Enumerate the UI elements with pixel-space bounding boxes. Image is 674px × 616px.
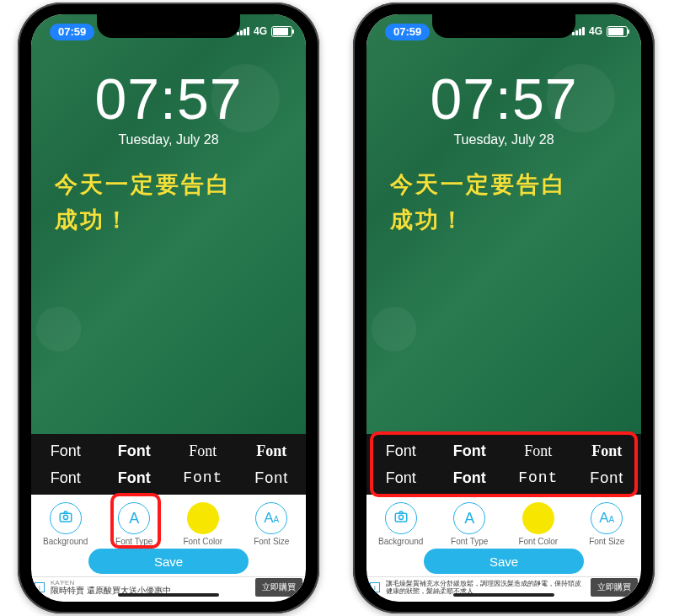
ad-info-icon[interactable]: i bbox=[370, 582, 380, 592]
screen: 07:59 4G 07:57 Tuesday, July 28 今天一定要告白 … bbox=[366, 14, 641, 602]
letter-a-icon: A bbox=[464, 510, 474, 528]
lock-clock: 07:57 Tuesday, July 28 bbox=[366, 70, 641, 147]
font-option[interactable]: Font bbox=[31, 469, 100, 487]
tool-font-size[interactable]: AA Font Size bbox=[238, 502, 307, 546]
wallpaper: 07:59 4G 07:57 Tuesday, July 28 今天一定要告白 … bbox=[366, 14, 641, 434]
tool-label: Background bbox=[378, 537, 423, 546]
phone-right: 07:59 4G 07:57 Tuesday, July 28 今天一定要告白 … bbox=[353, 3, 655, 613]
lock-clock: 07:57 Tuesday, July 28 bbox=[31, 70, 306, 147]
font-option[interactable]: Font bbox=[238, 469, 307, 487]
save-button[interactable]: Save bbox=[424, 549, 584, 574]
ad-cta-button[interactable]: 立即購買 bbox=[591, 578, 638, 597]
handwriting-text[interactable]: 今天一定要告白 成功！ bbox=[390, 168, 618, 238]
font-option[interactable]: Font bbox=[366, 469, 436, 487]
color-swatch-icon bbox=[522, 502, 554, 534]
font-option[interactable]: Font bbox=[100, 469, 169, 487]
tool-label: Font Type bbox=[451, 537, 488, 546]
wallpaper: 07:59 4G 07:57 Tuesday, July 28 今天一定要告白 … bbox=[31, 14, 306, 434]
network-label: 4G bbox=[589, 25, 602, 37]
tool-font-color[interactable]: Font Color bbox=[168, 502, 238, 546]
recording-pill[interactable]: 07:59 bbox=[50, 24, 94, 40]
tool-font-type[interactable]: A Font Type bbox=[100, 502, 169, 546]
home-indicator[interactable] bbox=[118, 593, 219, 597]
lock-time: 07:57 bbox=[366, 70, 641, 127]
font-option[interactable]: Font bbox=[31, 442, 100, 460]
battery-icon bbox=[271, 26, 292, 37]
tool-row: Background A Font Type Font Color AA Fon… bbox=[366, 495, 641, 550]
tool-label: Background bbox=[43, 537, 88, 546]
network-label: 4G bbox=[254, 25, 267, 37]
font-option[interactable]: Font bbox=[100, 442, 169, 460]
lock-date: Tuesday, July 28 bbox=[31, 132, 306, 147]
color-swatch-icon bbox=[187, 502, 219, 534]
phone-left: 07:59 4G 07:57 Tuesday, July 28 今天一定要告白 … bbox=[18, 3, 319, 613]
ad-cta-button[interactable]: 立即購買 bbox=[255, 578, 302, 597]
font-option[interactable]: Font bbox=[504, 442, 573, 460]
font-option[interactable]: Font bbox=[168, 469, 238, 486]
battery-icon bbox=[607, 26, 628, 37]
lock-date: Tuesday, July 28 bbox=[366, 132, 641, 147]
camera-icon bbox=[393, 509, 409, 528]
letter-a-icon: A bbox=[129, 510, 139, 528]
svg-point-3 bbox=[399, 515, 403, 519]
save-button[interactable]: Save bbox=[88, 549, 249, 574]
tool-row: Background A Font Type Font Color AA Fon… bbox=[31, 495, 306, 550]
svg-point-1 bbox=[63, 515, 67, 519]
tool-font-color[interactable]: Font Color bbox=[504, 502, 573, 546]
tool-label: Font Size bbox=[254, 537, 289, 546]
font-option[interactable]: Font bbox=[436, 469, 505, 487]
font-option[interactable]: Font bbox=[504, 469, 573, 486]
notch bbox=[432, 14, 575, 38]
lock-time: 07:57 bbox=[31, 70, 306, 127]
font-size-icon: AA bbox=[599, 510, 614, 527]
font-panel: Font Font Font Font Font Font Font Font bbox=[366, 434, 641, 495]
handwriting-text[interactable]: 今天一定要告白 成功！ bbox=[55, 168, 282, 238]
font-panel: Font Font Font Font Font Font Font Font bbox=[31, 434, 306, 495]
tool-label: Font Type bbox=[115, 537, 152, 546]
camera-icon bbox=[58, 509, 73, 528]
font-option[interactable]: Font bbox=[366, 442, 436, 460]
tool-label: Font Color bbox=[183, 537, 222, 546]
ad-info-icon[interactable]: i bbox=[35, 582, 45, 592]
font-option[interactable]: Font bbox=[573, 469, 642, 487]
tool-label: Font Color bbox=[518, 537, 558, 546]
tool-label: Font Size bbox=[589, 537, 624, 546]
recording-pill[interactable]: 07:59 bbox=[385, 24, 430, 40]
tool-background[interactable]: Background bbox=[31, 502, 100, 546]
tool-font-type[interactable]: A Font Type bbox=[436, 502, 505, 546]
notch bbox=[97, 14, 240, 38]
font-option[interactable]: Font bbox=[573, 442, 642, 460]
font-option[interactable]: Font bbox=[168, 442, 238, 460]
tool-background[interactable]: Background bbox=[366, 502, 436, 546]
home-indicator[interactable] bbox=[453, 593, 554, 597]
font-option[interactable]: Font bbox=[436, 442, 505, 460]
font-option[interactable]: Font bbox=[238, 442, 307, 460]
screen: 07:59 4G 07:57 Tuesday, July 28 今天一定要告白 … bbox=[31, 14, 306, 602]
tool-font-size[interactable]: AA Font Size bbox=[573, 502, 642, 546]
font-size-icon: AA bbox=[264, 510, 279, 527]
